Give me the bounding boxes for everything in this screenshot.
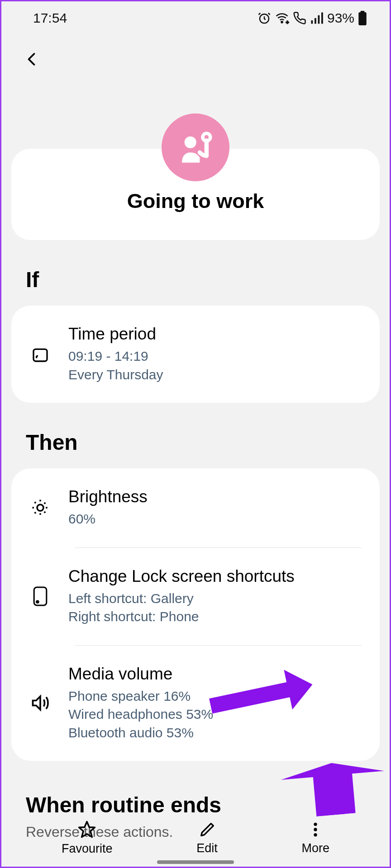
svg-point-25 <box>314 823 317 826</box>
routine-icon[interactable] <box>162 113 229 181</box>
battery-icon <box>358 11 367 25</box>
svg-rect-11 <box>33 349 47 361</box>
svg-rect-7 <box>358 12 366 25</box>
row-sub: Left shortcut: Gallery Right shortcut: P… <box>68 590 295 626</box>
annotation-arrow-2 <box>268 758 391 821</box>
svg-point-12 <box>37 505 43 511</box>
status-time: 17:54 <box>33 10 67 26</box>
bottom-label: More <box>302 841 330 855</box>
svg-rect-3 <box>311 20 313 24</box>
bottom-label: Favourite <box>62 842 113 856</box>
wifi-icon: + <box>275 11 289 25</box>
brightness-icon <box>31 498 50 517</box>
then-row-media-volume[interactable]: Media volume Phone speaker 16% Wired hea… <box>11 646 380 761</box>
row-sub: 60% <box>68 510 148 528</box>
svg-line-17 <box>35 502 37 504</box>
back-button[interactable] <box>1 30 390 72</box>
svg-rect-5 <box>318 15 319 24</box>
volume-icon <box>30 693 50 713</box>
svg-point-26 <box>314 828 317 831</box>
row-title: Brightness <box>68 487 148 506</box>
phone-screen-icon <box>32 586 49 607</box>
then-row-brightness[interactable]: Brightness 60% <box>11 468 380 547</box>
row-sub: Phone speaker 16% Wired headphones 53% B… <box>68 687 213 742</box>
nav-handle[interactable] <box>157 860 234 864</box>
svg-point-22 <box>37 601 39 603</box>
row-title: Media volume <box>68 665 213 684</box>
svg-rect-4 <box>315 18 316 24</box>
chevron-left-icon <box>24 48 40 70</box>
commute-icon <box>175 127 216 168</box>
row-sub: 09:19 - 14:19 Every Thursday <box>68 347 163 384</box>
row-title: Time period <box>68 325 163 344</box>
star-icon <box>77 820 96 839</box>
svg-marker-24 <box>79 822 95 837</box>
calendar-icon <box>31 345 49 363</box>
svg-point-1 <box>281 21 282 23</box>
svg-point-9 <box>185 137 196 148</box>
if-card: Time period 09:19 - 14:19 Every Thursday <box>11 306 380 403</box>
signal-icon <box>310 11 324 25</box>
pencil-icon <box>198 821 216 839</box>
svg-text:+: + <box>286 19 289 25</box>
svg-point-27 <box>314 833 317 836</box>
status-bar: 17:54 + 93% <box>1 1 390 30</box>
more-button[interactable]: More <box>302 821 330 855</box>
favourite-button[interactable]: Favourite <box>62 820 113 856</box>
if-heading: If <box>26 267 390 292</box>
more-vertical-icon <box>306 821 324 839</box>
then-row-lock-shortcuts[interactable]: Change Lock screen shortcuts Left shortc… <box>11 548 380 645</box>
alarm-icon <box>257 11 271 25</box>
if-row-time-period[interactable]: Time period 09:19 - 14:19 Every Thursday <box>11 306 380 403</box>
svg-marker-23 <box>33 697 41 710</box>
svg-rect-8 <box>361 11 365 13</box>
svg-line-19 <box>35 512 37 514</box>
edit-button[interactable]: Edit <box>196 821 218 855</box>
svg-line-20 <box>44 502 46 504</box>
row-title: Change Lock screen shortcuts <box>68 567 295 586</box>
svg-line-18 <box>44 512 46 514</box>
call-icon <box>293 11 306 25</box>
bottom-label: Edit <box>196 841 218 855</box>
then-heading: Then <box>26 430 390 455</box>
routine-title: Going to work <box>25 189 366 213</box>
battery-percent: 93% <box>327 10 354 26</box>
bottom-bar: Favourite Edit More <box>1 816 390 856</box>
status-icons: + 93% <box>257 10 367 26</box>
then-card: Brightness 60% Change Lock screen shortc… <box>11 468 380 761</box>
routine-header-card: Going to work <box>11 149 380 240</box>
svg-rect-21 <box>34 587 47 605</box>
svg-rect-6 <box>321 13 323 24</box>
